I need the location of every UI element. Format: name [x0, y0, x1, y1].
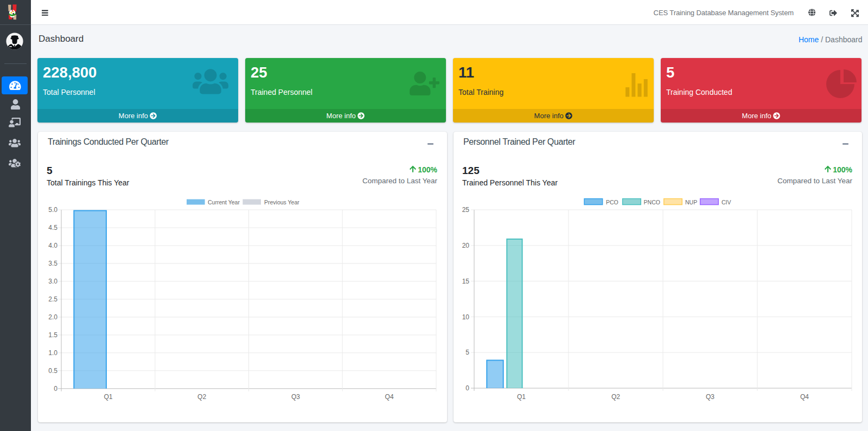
svg-text:Q4: Q4 [385, 393, 394, 401]
svg-text:PCO: PCO [606, 199, 618, 205]
svg-text:Current Year: Current Year [208, 199, 240, 205]
svg-text:Q3: Q3 [291, 393, 300, 401]
svg-text:Q2: Q2 [611, 393, 620, 401]
svg-text:25: 25 [462, 206, 470, 214]
svg-text:10: 10 [462, 313, 470, 321]
svg-text:15: 15 [462, 278, 470, 285]
svg-text:0: 0 [465, 384, 469, 392]
svg-text:Previous Year: Previous Year [264, 199, 299, 205]
svg-text:4.5: 4.5 [48, 224, 58, 231]
svg-text:2.0: 2.0 [48, 313, 58, 321]
svg-text:5: 5 [465, 349, 469, 356]
svg-text:NUP: NUP [685, 199, 697, 205]
svg-text:1.5: 1.5 [48, 331, 58, 339]
svg-text:4.0: 4.0 [48, 242, 58, 249]
svg-text:Q3: Q3 [706, 393, 714, 401]
svg-text:0: 0 [54, 385, 58, 393]
svg-text:Q1: Q1 [517, 393, 526, 401]
svg-text:5.0: 5.0 [48, 206, 58, 214]
svg-text:Q1: Q1 [104, 393, 112, 401]
svg-text:2.5: 2.5 [48, 295, 58, 303]
svg-text:Q2: Q2 [197, 393, 206, 401]
svg-text:0.5: 0.5 [48, 367, 58, 375]
svg-text:1.0: 1.0 [48, 349, 58, 357]
svg-text:3.5: 3.5 [48, 260, 58, 267]
svg-text:3.0: 3.0 [48, 278, 58, 285]
svg-text:Q4: Q4 [800, 393, 809, 401]
svg-text:PNCO: PNCO [644, 199, 660, 205]
svg-text:CIV: CIV [722, 199, 731, 205]
svg-text:20: 20 [462, 242, 470, 249]
